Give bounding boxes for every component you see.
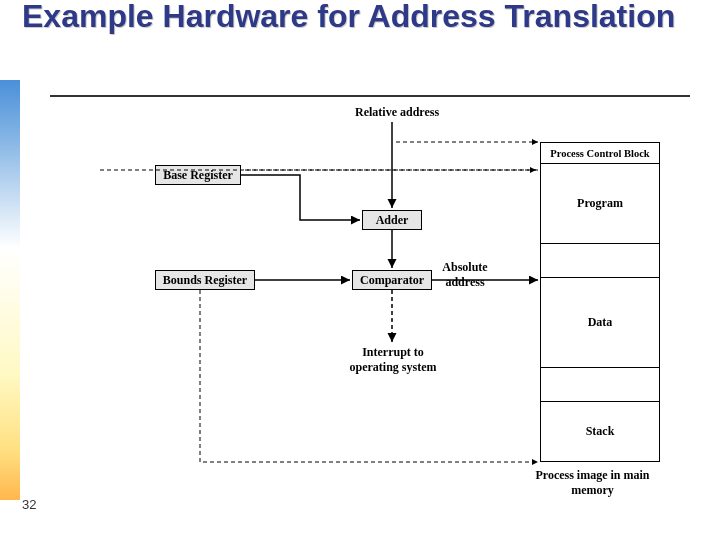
diagram-connectors: [100, 110, 680, 500]
decorative-gradient: [0, 80, 20, 500]
page-title: Example Hardware for Address Translation: [22, 0, 675, 34]
title-underline: [50, 95, 690, 97]
slide-number: 32: [22, 497, 36, 512]
address-translation-diagram: Relative address Absolute address Interr…: [100, 110, 680, 500]
